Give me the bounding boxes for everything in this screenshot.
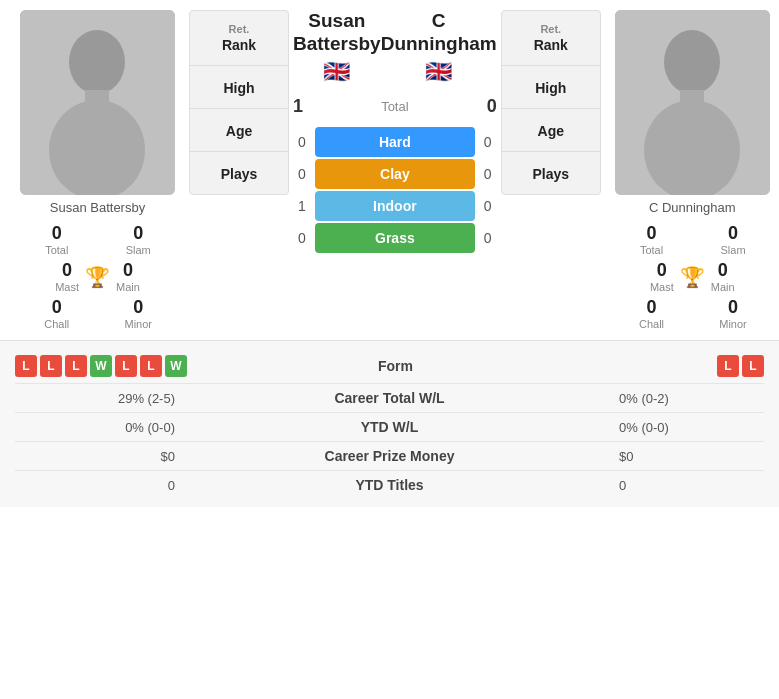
form-label-0: Form [187, 358, 604, 374]
total-score-right: 0 [487, 96, 497, 117]
form-row-0: LLLWLLW Form LL [15, 349, 764, 384]
surface-section: 0 Hard 0 0 Clay 0 1 Indoor 0 0 Grass 0 [293, 125, 497, 255]
right-sp-retrank: Ret. Rank [502, 11, 600, 66]
left-player-name-header: SusanBattersby [293, 10, 381, 56]
surf-left-score-2: 1 [293, 198, 311, 214]
form-left-value-1: 29% (2-5) [15, 391, 175, 406]
center-column: SusanBattersby 🇬🇧 CDunningham 🇬🇧 1 Total… [293, 10, 497, 255]
form-left-value-2: 0% (0-0) [15, 420, 175, 435]
right-player-name-label: C Dunningham [649, 200, 736, 215]
left-player-block: Susan Battersby 0 Total 0 Slam 0 Mast 🏆 … [10, 10, 185, 330]
left-flag: 🇬🇧 [293, 59, 381, 85]
right-sp-age: Age [502, 109, 600, 152]
svg-point-1 [69, 30, 125, 94]
right-sp-high: High [502, 66, 600, 109]
form-right-value-4: 0 [604, 478, 764, 493]
form-right-value-1: 0% (0-2) [604, 391, 764, 406]
form-left-value-3: $0 [15, 449, 175, 464]
left-stat-chall-cell: 0 Chall [20, 297, 94, 330]
right-silhouette [615, 10, 770, 195]
form-row-3: $0 Career Prize Money $0 [15, 442, 764, 471]
form-section: LLLWLLW Form LL 29% (2-5) Career Total W… [0, 340, 779, 507]
right-stat-mast-cell: 0 Mast [650, 260, 674, 293]
comparison-area: Susan Battersby 0 Total 0 Slam 0 Mast 🏆 … [0, 0, 779, 340]
form-row-4: 0 YTD Titles 0 [15, 471, 764, 499]
surface-btn-indoor[interactable]: Indoor [315, 191, 475, 221]
left-silhouette [20, 10, 175, 195]
form-left-value-4: 0 [15, 478, 175, 493]
right-player-block: C Dunningham 0 Total 0 Slam 0 Mast 🏆 0 M… [605, 10, 779, 330]
right-player-name-header: CDunningham [381, 10, 497, 56]
form-label-2: YTD W/L [175, 419, 604, 435]
total-row: 1 Total 0 [293, 96, 497, 117]
badge-l: L [115, 355, 137, 377]
right-stat-minor-cell: 0 Minor [696, 297, 770, 330]
left-sp-retrank: Ret. Rank [190, 11, 288, 66]
total-score-left: 1 [293, 96, 303, 117]
surface-row-clay: 0 Clay 0 [293, 159, 497, 189]
left-trophy-icon: 🏆 [85, 265, 110, 289]
badge-w: W [165, 355, 187, 377]
badge-l: L [717, 355, 739, 377]
surf-left-score-0: 0 [293, 134, 311, 150]
badge-l: L [140, 355, 162, 377]
left-sp-high: High [190, 66, 288, 109]
left-player-photo [20, 10, 175, 195]
svg-rect-7 [680, 90, 704, 108]
left-stat-total-cell: 0 Total [20, 223, 94, 256]
left-sp-age: Age [190, 109, 288, 152]
surface-btn-hard[interactable]: Hard [315, 127, 475, 157]
left-player-stats: 0 Total 0 Slam 0 Mast 🏆 0 Main 0 Chall [20, 223, 175, 330]
surface-row-indoor: 1 Indoor 0 [293, 191, 497, 221]
badge-l: L [742, 355, 764, 377]
surface-btn-clay[interactable]: Clay [315, 159, 475, 189]
form-row-2: 0% (0-0) YTD W/L 0% (0-0) [15, 413, 764, 442]
form-label-1: Career Total W/L [175, 390, 604, 406]
left-side-panel: Ret. Rank High Age Plays [189, 10, 289, 195]
form-right-value-3: $0 [604, 449, 764, 464]
right-stat-total-cell: 0 Total [615, 223, 689, 256]
surface-btn-grass[interactable]: Grass [315, 223, 475, 253]
form-right-value-2: 0% (0-0) [604, 420, 764, 435]
right-stat-main-cell: 0 Main [711, 260, 735, 293]
svg-point-5 [664, 30, 720, 94]
right-player-photo [615, 10, 770, 195]
surf-right-score-2: 0 [479, 198, 497, 214]
surf-right-score-0: 0 [479, 134, 497, 150]
right-stat-chall-cell: 0 Chall [615, 297, 689, 330]
left-stat-slam-cell: 0 Slam [102, 223, 176, 256]
left-stat-main-cell: 0 Main [116, 260, 140, 293]
badge-l: L [15, 355, 37, 377]
form-row-1: 29% (2-5) Career Total W/L 0% (0-2) [15, 384, 764, 413]
svg-rect-3 [85, 90, 109, 108]
total-label: Total [303, 99, 487, 114]
surf-left-score-3: 0 [293, 230, 311, 246]
main-container: Susan Battersby 0 Total 0 Slam 0 Mast 🏆 … [0, 0, 779, 507]
right-side-panel: Ret. Rank High Age Plays [501, 10, 601, 195]
left-stat-minor-cell: 0 Minor [102, 297, 176, 330]
badge-w: W [90, 355, 112, 377]
right-player-stats: 0 Total 0 Slam 0 Mast 🏆 0 Main 0 Chall [615, 223, 770, 330]
left-sp-plays: Plays [190, 152, 288, 194]
surf-left-score-1: 0 [293, 166, 311, 182]
left-player-name-label: Susan Battersby [50, 200, 145, 215]
right-trophy-icon: 🏆 [680, 265, 705, 289]
surface-row-grass: 0 Grass 0 [293, 223, 497, 253]
surf-right-score-3: 0 [479, 230, 497, 246]
left-stat-mast-cell: 0 Mast [55, 260, 79, 293]
form-label-3: Career Prize Money [175, 448, 604, 464]
badge-l: L [40, 355, 62, 377]
right-flag: 🇬🇧 [381, 59, 497, 85]
badge-l: L [65, 355, 87, 377]
right-stat-slam-cell: 0 Slam [696, 223, 770, 256]
surface-row-hard: 0 Hard 0 [293, 127, 497, 157]
right-form-badges: LL [604, 355, 764, 377]
left-form-badges: LLLWLLW [15, 355, 187, 377]
right-sp-plays: Plays [502, 152, 600, 194]
form-label-4: YTD Titles [175, 477, 604, 493]
surf-right-score-1: 0 [479, 166, 497, 182]
